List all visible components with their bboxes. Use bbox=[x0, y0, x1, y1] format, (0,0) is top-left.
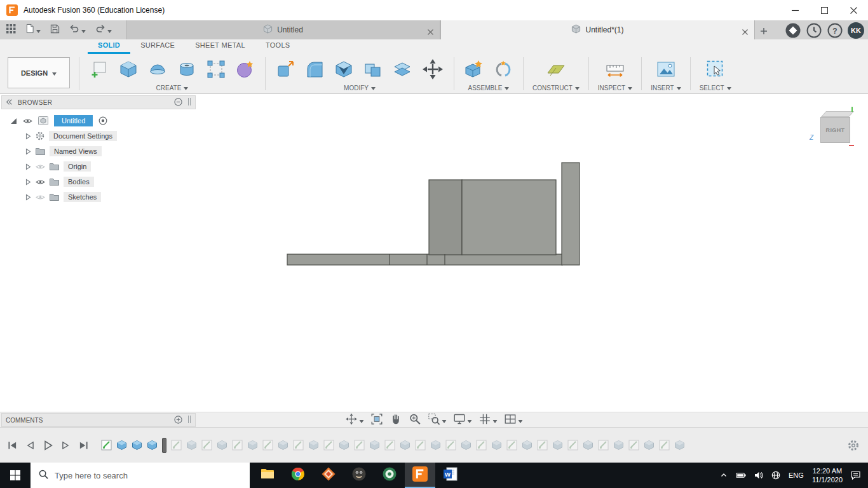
maximize-button[interactable] bbox=[810, 0, 839, 20]
expand-toggle-icon[interactable] bbox=[10, 118, 17, 125]
panel-grip[interactable] bbox=[187, 416, 191, 424]
sketch-feature[interactable] bbox=[323, 440, 334, 451]
browser-item-document-settings[interactable]: Document Settings bbox=[1, 128, 196, 144]
taskbar-app-green-app[interactable] bbox=[374, 463, 405, 488]
new-document-tab-button[interactable] bbox=[760, 26, 768, 37]
revolve-icon[interactable] bbox=[147, 58, 168, 80]
close-button[interactable] bbox=[839, 0, 868, 20]
play-button[interactable] bbox=[41, 438, 55, 452]
document-tab[interactable]: Untitled bbox=[126, 20, 440, 39]
extrude-feature[interactable] bbox=[400, 440, 410, 451]
sketch-feature[interactable] bbox=[232, 440, 243, 451]
sketch-feature[interactable] bbox=[628, 440, 639, 451]
extrude-feature[interactable] bbox=[186, 440, 197, 451]
app-grid-button[interactable] bbox=[6, 24, 16, 36]
display-settings-button[interactable] bbox=[454, 413, 472, 428]
extrude-feature[interactable] bbox=[674, 440, 685, 451]
extrude-feature[interactable] bbox=[132, 440, 142, 451]
combine-icon[interactable] bbox=[362, 58, 384, 80]
go-to-start-button[interactable] bbox=[5, 438, 20, 452]
step-back-button[interactable] bbox=[23, 438, 37, 452]
zoom-button[interactable] bbox=[409, 413, 421, 428]
expand-arrow-icon[interactable] bbox=[25, 163, 31, 170]
taskbar-search[interactable]: Type here to search bbox=[31, 463, 250, 488]
battery-icon[interactable] bbox=[736, 471, 746, 479]
expand-arrow-icon[interactable] bbox=[25, 133, 31, 140]
hole-icon[interactable] bbox=[176, 58, 198, 80]
browser-item-origin[interactable]: Origin bbox=[1, 159, 196, 174]
extrude-feature[interactable] bbox=[369, 440, 380, 451]
press-pull-icon[interactable] bbox=[275, 58, 296, 80]
sketch-feature[interactable] bbox=[293, 440, 304, 451]
panel-grip[interactable] bbox=[187, 98, 191, 107]
visibility-eye-icon[interactable] bbox=[36, 194, 45, 201]
sketch-feature[interactable] bbox=[384, 440, 395, 451]
browser-item-sketches[interactable]: Sketches bbox=[1, 189, 196, 205]
extrude-feature[interactable] bbox=[278, 440, 288, 451]
extrude-feature[interactable] bbox=[217, 440, 227, 451]
extrude-feature[interactable] bbox=[583, 440, 593, 451]
undo-button[interactable] bbox=[69, 24, 86, 36]
box-icon[interactable] bbox=[118, 58, 139, 80]
offset-face-icon[interactable] bbox=[391, 58, 413, 80]
zoom-window-button[interactable] bbox=[428, 413, 447, 428]
extensions-icon[interactable] bbox=[785, 22, 801, 39]
action-center-button[interactable] bbox=[851, 471, 860, 480]
browser-root-label[interactable]: Untitled bbox=[54, 115, 93, 126]
browser-root-row[interactable]: Untitled bbox=[1, 113, 196, 128]
ribbon-tab-surface[interactable]: SURFACE bbox=[130, 41, 185, 54]
notifications-clock-icon[interactable] bbox=[806, 22, 822, 39]
help-icon[interactable]: ? bbox=[827, 22, 843, 39]
sketch-feature[interactable] bbox=[598, 440, 609, 451]
form-icon[interactable] bbox=[234, 58, 256, 80]
visibility-eye-icon[interactable] bbox=[36, 179, 45, 186]
pan-button[interactable] bbox=[390, 413, 402, 428]
joint-icon[interactable] bbox=[492, 58, 514, 80]
taskbar-app-fusion-360[interactable] bbox=[405, 463, 435, 488]
viewports-button[interactable] bbox=[505, 413, 523, 428]
new-component-icon[interactable] bbox=[463, 58, 485, 80]
visibility-eye-icon[interactable] bbox=[23, 118, 32, 125]
start-button[interactable] bbox=[0, 463, 31, 488]
minimize-panel-button[interactable] bbox=[174, 98, 182, 107]
expand-arrow-icon[interactable] bbox=[25, 148, 31, 155]
group-dropdown-label[interactable]: ASSEMBLE bbox=[463, 83, 514, 93]
expand-arrow-icon[interactable] bbox=[25, 194, 31, 201]
sketch-feature[interactable] bbox=[537, 440, 548, 451]
ribbon-tab-tools[interactable]: TOOLS bbox=[255, 41, 301, 54]
extrude-feature[interactable] bbox=[247, 440, 258, 451]
extrude-feature[interactable] bbox=[491, 440, 502, 451]
network-globe-icon[interactable] bbox=[771, 471, 780, 480]
browser-item-named-views[interactable]: Named Views bbox=[1, 144, 196, 159]
look-at-button[interactable] bbox=[371, 413, 383, 428]
sketch-feature[interactable] bbox=[476, 440, 487, 451]
extrude-feature[interactable] bbox=[147, 440, 158, 451]
add-comment-button[interactable] bbox=[174, 416, 182, 425]
minimize-button[interactable] bbox=[780, 0, 810, 20]
ribbon-tab-sheet-metal[interactable]: SHEET METAL bbox=[185, 41, 255, 54]
move-icon[interactable] bbox=[421, 57, 445, 81]
extrude-feature[interactable] bbox=[116, 440, 127, 451]
group-dropdown-label[interactable]: INSERT bbox=[651, 83, 681, 93]
sketch-feature[interactable] bbox=[659, 440, 670, 451]
sketch-feature[interactable] bbox=[506, 440, 517, 451]
tray-chevron-icon[interactable] bbox=[720, 471, 728, 479]
orbit-button[interactable] bbox=[346, 413, 364, 428]
select-icon[interactable] bbox=[705, 58, 726, 80]
extrude-feature[interactable] bbox=[613, 440, 624, 451]
sketch-feature[interactable] bbox=[354, 440, 365, 451]
group-dropdown-label[interactable]: CONSTRUCT bbox=[532, 83, 580, 93]
speaker-icon[interactable] bbox=[754, 471, 763, 479]
viewcube-face[interactable]: RIGHT bbox=[820, 117, 850, 143]
step-forward-button[interactable] bbox=[58, 438, 73, 452]
file-button[interactable] bbox=[25, 24, 41, 36]
save-button[interactable] bbox=[50, 24, 60, 36]
viewcube[interactable]: RIGHT Z bbox=[811, 102, 855, 147]
expand-arrow-icon[interactable] bbox=[25, 179, 31, 186]
timeline-position-marker[interactable] bbox=[162, 438, 166, 453]
timeline-settings-button[interactable] bbox=[848, 440, 859, 451]
group-dropdown-label[interactable]: MODIFY bbox=[275, 83, 445, 93]
taskbar-app-file-explorer[interactable] bbox=[252, 463, 283, 488]
extrude-feature[interactable] bbox=[522, 440, 532, 451]
create-sketch-icon[interactable] bbox=[88, 58, 110, 80]
